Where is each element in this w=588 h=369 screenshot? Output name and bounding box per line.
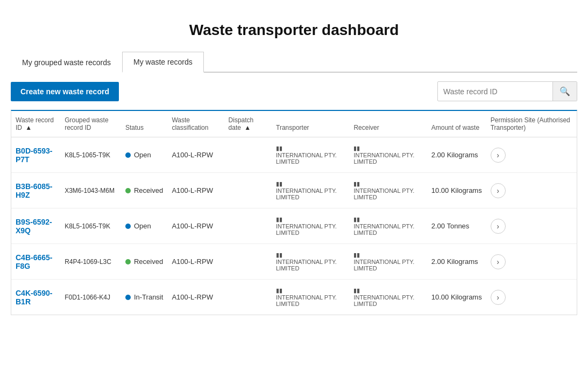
status-badge: Received	[125, 257, 163, 266]
transporter-name: INTERNATIONAL PTY. LIMITED	[276, 294, 345, 307]
col-classification: Waste classification	[167, 111, 224, 137]
table-row: C4K-6590-B1R F0D1-1066-K4J In-Transit A1…	[11, 280, 577, 315]
cell-receiver: ▮▮ INTERNATIONAL PTY. LIMITED	[349, 208, 427, 244]
cell-receiver: ▮▮ INTERNATIONAL PTY. LIMITED	[349, 280, 427, 315]
sort-arrow-dispatch: ▲	[244, 124, 251, 131]
cell-receiver: ▮▮ INTERNATIONAL PTY. LIMITED	[349, 173, 427, 208]
cell-transporter: ▮▮ INTERNATIONAL PTY. LIMITED	[272, 208, 349, 244]
tab-grouped-waste-records[interactable]: My grouped waste records	[11, 52, 122, 73]
col-record-id[interactable]: Waste record ID ▲	[11, 111, 60, 137]
row-detail-button[interactable]: ›	[491, 290, 506, 305]
amount-value: 10.00 Kilograms	[431, 293, 482, 301]
receiver-name: INTERNATIONAL PTY. LIMITED	[353, 187, 422, 200]
status-badge: Open	[125, 151, 163, 159]
record-id-value: C4B-6665-F8G	[16, 253, 52, 270]
col-permission-site: Permission Site (Authorised Transporter)	[486, 111, 577, 137]
transporter-name: INTERNATIONAL PTY. LIMITED	[276, 259, 345, 271]
receiver-name: INTERNATIONAL PTY. LIMITED	[353, 223, 422, 236]
cell-chevron: ›	[486, 244, 577, 280]
transporter-info: ▮▮ INTERNATIONAL PTY. LIMITED	[276, 287, 345, 307]
cell-classification: A100-L-RPW	[167, 208, 224, 244]
col-transporter: Transporter	[272, 111, 349, 137]
create-waste-record-button[interactable]: Create new waste record	[11, 82, 119, 101]
grouped-id-value: F0D1-1066-K4J	[65, 294, 110, 301]
amount-value: 2.00 Kilograms	[431, 151, 478, 159]
search-button[interactable]: 🔍	[552, 82, 577, 101]
tab-my-waste-records[interactable]: My waste records	[122, 52, 204, 73]
search-box: 🔍	[437, 81, 577, 101]
cell-classification: A100-L-RPW	[167, 244, 224, 280]
page-title: Waste transporter dashboard	[11, 11, 577, 52]
grouped-id-value: X3M6-1043-M6M	[65, 187, 115, 194]
transporter-icon: ▮▮	[276, 180, 345, 187]
status-label: Open	[134, 222, 151, 230]
cell-classification: A100-L-RPW	[167, 137, 224, 173]
amount-value: 10.00 Kilograms	[431, 186, 482, 194]
cell-chevron: ›	[486, 137, 577, 173]
transporter-name: INTERNATIONAL PTY. LIMITED	[276, 152, 345, 165]
receiver-icon: ▮▮	[353, 216, 422, 223]
cell-transporter: ▮▮ INTERNATIONAL PTY. LIMITED	[272, 244, 349, 280]
table-row: B0D-6593-P7T K8L5-1065-T9K Open A100-L-R…	[11, 137, 577, 173]
receiver-info: ▮▮ INTERNATIONAL PTY. LIMITED	[353, 252, 422, 271]
status-label: Received	[134, 257, 163, 266]
cell-status: Received	[121, 173, 167, 208]
status-dot	[125, 224, 131, 229]
toolbar: Create new waste record 🔍	[11, 73, 577, 110]
cell-dispatch-date	[224, 208, 272, 244]
classification-value: A100-L-RPW	[172, 293, 213, 301]
receiver-name: INTERNATIONAL PTY. LIMITED	[353, 259, 422, 271]
cell-record-id: B9S-6592-X9Q	[11, 208, 60, 244]
row-detail-button[interactable]: ›	[491, 254, 506, 269]
cell-status: In-Transit	[121, 280, 167, 315]
sort-arrow-record-id: ▲	[25, 124, 32, 131]
transporter-icon: ▮▮	[276, 252, 345, 259]
transporter-info: ▮▮ INTERNATIONAL PTY. LIMITED	[276, 180, 345, 200]
transporter-info: ▮▮ INTERNATIONAL PTY. LIMITED	[276, 145, 345, 165]
cell-grouped-id: K8L5-1065-T9K	[60, 208, 121, 244]
receiver-icon: ▮▮	[353, 252, 422, 259]
status-dot	[125, 152, 131, 158]
table-header-row: Waste record ID ▲ Grouped waste record I…	[11, 111, 577, 137]
record-id-value: B0D-6593-P7T	[16, 147, 52, 164]
record-id-value: C4K-6590-B1R	[16, 289, 52, 306]
cell-amount: 10.00 Kilograms	[427, 173, 486, 208]
transporter-icon: ▮▮	[276, 287, 345, 294]
row-detail-button[interactable]: ›	[491, 183, 506, 198]
cell-classification: A100-L-RPW	[167, 173, 224, 208]
cell-amount: 10.00 Kilograms	[427, 280, 486, 315]
receiver-info: ▮▮ INTERNATIONAL PTY. LIMITED	[353, 145, 422, 165]
record-id-value: B3B-6085-H9Z	[16, 182, 52, 199]
col-dispatch-date[interactable]: Dispatch date ▲	[224, 111, 272, 137]
receiver-name: INTERNATIONAL PTY. LIMITED	[353, 152, 422, 165]
col-receiver: Receiver	[349, 111, 427, 137]
cell-record-id: C4K-6590-B1R	[11, 280, 60, 315]
grouped-id-value: K8L5-1065-T9K	[65, 151, 110, 159]
cell-transporter: ▮▮ INTERNATIONAL PTY. LIMITED	[272, 280, 349, 315]
waste-record-id-input[interactable]	[438, 83, 552, 100]
row-detail-button[interactable]: ›	[491, 148, 506, 163]
grouped-id-value: K8L5-1065-T9K	[65, 222, 110, 230]
cell-transporter: ▮▮ INTERNATIONAL PTY. LIMITED	[272, 137, 349, 173]
status-badge: In-Transit	[125, 293, 163, 301]
classification-value: A100-L-RPW	[172, 151, 213, 159]
table-body: B0D-6593-P7T K8L5-1065-T9K Open A100-L-R…	[11, 137, 577, 315]
receiver-info: ▮▮ INTERNATIONAL PTY. LIMITED	[353, 216, 422, 236]
status-dot	[125, 188, 131, 193]
tab-bar: My grouped waste records My waste record…	[11, 52, 577, 73]
cell-status: Received	[121, 244, 167, 280]
classification-value: A100-L-RPW	[172, 222, 213, 230]
transporter-icon: ▮▮	[276, 145, 345, 152]
cell-record-id: B0D-6593-P7T	[11, 137, 60, 173]
row-detail-button[interactable]: ›	[491, 219, 506, 234]
status-label: Open	[134, 151, 151, 159]
cell-chevron: ›	[486, 208, 577, 244]
classification-value: A100-L-RPW	[172, 257, 213, 266]
cell-status: Open	[121, 137, 167, 173]
cell-receiver: ▮▮ INTERNATIONAL PTY. LIMITED	[349, 137, 427, 173]
transporter-name: INTERNATIONAL PTY. LIMITED	[276, 187, 345, 200]
amount-value: 2.00 Kilograms	[431, 257, 478, 266]
transporter-info: ▮▮ INTERNATIONAL PTY. LIMITED	[276, 216, 345, 236]
record-id-value: B9S-6592-X9Q	[16, 218, 52, 235]
transporter-name: INTERNATIONAL PTY. LIMITED	[276, 223, 345, 236]
